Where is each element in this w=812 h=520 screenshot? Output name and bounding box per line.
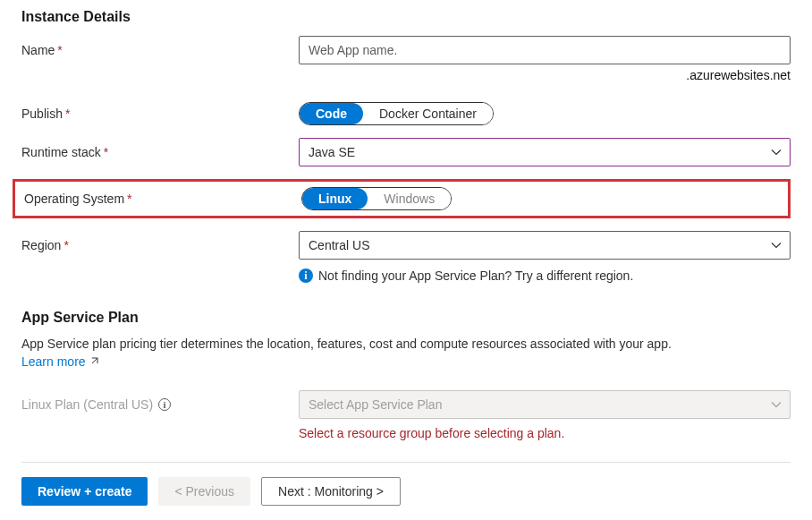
region-select[interactable]: Central US (299, 231, 791, 260)
plan-description: App Service plan pricing tier determines… (21, 337, 791, 351)
chevron-down-icon (770, 146, 782, 158)
linux-plan-placeholder: Select App Service Plan (309, 397, 442, 412)
name-label: Name (21, 43, 55, 57)
os-label: Operating System (24, 192, 124, 206)
region-select-value: Central US (309, 238, 369, 252)
publish-pill-group: Code Docker Container (299, 102, 494, 125)
learn-more-text: Learn more (21, 354, 86, 369)
chevron-down-icon (770, 239, 782, 251)
next-button[interactable]: Next : Monitoring > (261, 477, 401, 506)
region-label: Region (21, 238, 61, 252)
os-required-asterisk: * (127, 192, 131, 206)
row-region: Region * Central US (21, 231, 791, 260)
name-suffix: .azurewebsites.net (299, 68, 791, 82)
info-icon: i (299, 269, 313, 283)
row-linux-plan: Linux Plan (Central US) i Select App Ser… (21, 390, 791, 419)
previous-button: < Previous (158, 477, 250, 506)
external-link-icon (89, 355, 100, 369)
row-runtime: Runtime stack * Java SE (21, 138, 791, 166)
learn-more-link[interactable]: Learn more (21, 354, 100, 369)
runtime-label: Runtime stack (21, 145, 101, 159)
runtime-select-value: Java SE (309, 145, 355, 159)
name-input[interactable] (299, 36, 791, 64)
os-option-linux[interactable]: Linux (302, 188, 368, 209)
row-name: Name * (21, 36, 791, 64)
region-required-asterisk: * (63, 238, 68, 252)
info-outline-icon[interactable]: i (158, 398, 171, 411)
os-option-windows[interactable]: Windows (368, 188, 451, 209)
review-create-button[interactable]: Review + create (21, 477, 148, 506)
publish-label: Publish (21, 107, 63, 121)
publish-option-code[interactable]: Code (300, 103, 363, 124)
os-pill-group: Linux Windows (301, 187, 452, 210)
region-info: i Not finding your App Service Plan? Try… (299, 269, 791, 283)
runtime-required-asterisk: * (104, 145, 108, 159)
section-title-plan: App Service Plan (21, 310, 791, 326)
plan-error-message: Select a resource group before selecting… (299, 426, 791, 440)
region-info-text: Not finding your App Service Plan? Try a… (318, 269, 633, 283)
name-required-asterisk: * (57, 43, 62, 57)
row-os-highlight: Operating System * Linux Windows (13, 179, 791, 218)
footer-bar: Review + create < Previous Next : Monito… (21, 462, 791, 520)
publish-option-docker[interactable]: Docker Container (363, 103, 493, 124)
row-publish: Publish * Code Docker Container (21, 102, 791, 125)
chevron-down-icon (770, 398, 782, 411)
linux-plan-label: Linux Plan (Central US) (21, 397, 153, 412)
runtime-select[interactable]: Java SE (299, 138, 791, 166)
section-title-instance: Instance Details (21, 9, 791, 25)
publish-required-asterisk: * (65, 107, 70, 121)
linux-plan-select: Select App Service Plan (299, 390, 791, 419)
